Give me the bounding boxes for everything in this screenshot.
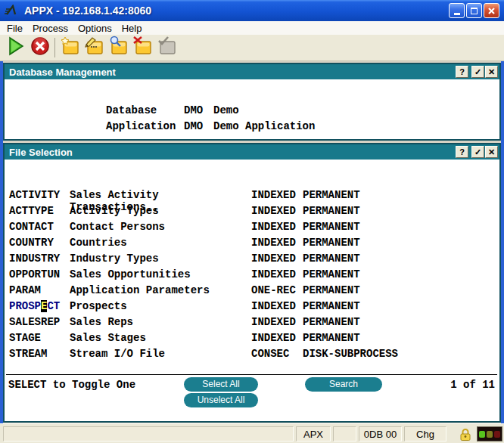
file-selection-panel: File Selection ? ✓ ✕ ACTIVITYSales Activ… [3,143,501,423]
inquire-record-button[interactable] [106,36,130,59]
file-row[interactable]: ACTIVITYSales Activity Transactions..IND… [9,189,498,205]
file-description: Sales Opportunities [70,268,251,284]
select-all-button[interactable]: Select All [184,377,258,392]
file-selection-content: ACTIVITYSales Activity Transactions..IND… [5,160,499,421]
field-code: DMO [184,104,213,120]
file-name: COUNTRY [9,237,70,252]
menu-file[interactable]: File [7,23,23,34]
file-description: Countries [70,237,251,252]
file-type: PERMANENT [303,205,360,221]
file-name: CONTACT [9,221,70,237]
file-list: ACTIVITYSales Activity Transactions..IND… [9,189,498,364]
menu-options[interactable]: Options [78,23,112,34]
file-description: Contact Persons [70,221,251,237]
help-icon[interactable]: ? [456,146,468,158]
file-type: PERMANENT [303,300,360,316]
cancel-x-icon[interactable]: ✕ [485,146,498,158]
edit-record-button[interactable] [82,36,106,59]
file-name: STAGE [9,332,70,348]
database-management-titlebar: Database Management ? ✓ ✕ [5,64,499,79]
file-organization: INDEXED [251,268,303,284]
file-name: SALESREP [9,316,70,332]
status-segment-odb: 0DB 00 [359,426,402,441]
file-description: Stream I/O File [70,348,251,364]
menu-process[interactable]: Process [33,23,68,34]
file-row[interactable]: STAGESales StagesINDEXEDPERMANENT [9,332,498,348]
file-name: PARAM [9,284,70,300]
lock-icon [456,426,475,441]
file-organization: INDEXED [251,221,303,237]
file-row[interactable]: ACTTYPEActivity TypesINDEXEDPERMANENT [9,205,498,221]
cancel-button[interactable] [28,36,52,59]
file-row[interactable]: PARAMApplication ParametersONE-RECPERMAN… [9,284,498,300]
application-row: Application DMO Demo Application [106,120,499,136]
file-organization: ONE-REC [251,284,303,300]
file-name: PROSPECT [9,300,70,316]
file-organization: INDEXED [251,237,303,252]
run-icon [6,36,26,60]
ok-icon[interactable]: ✓ [471,66,484,78]
file-name: INDUSTRY [9,252,70,268]
minimize-button[interactable] [449,3,465,18]
delete-record-icon [132,36,153,60]
edit-record-icon [83,36,104,60]
appx-logo-icon [5,5,21,17]
status-segment-message [3,426,294,441]
record-position: 1 of 11 [450,379,495,391]
new-record-button[interactable] [58,36,82,59]
delete-record-button[interactable] [130,36,154,59]
search-button[interactable]: Search [305,377,382,392]
file-organization: INDEXED [251,300,303,316]
new-record-icon [59,36,80,60]
field-label: Database [106,104,184,120]
text-cursor: E [41,300,47,312]
file-type: PERMANENT [303,237,360,252]
file-row[interactable]: COUNTRYCountriesINDEXEDPERMANENT [9,237,498,252]
file-description: Sales Reps [70,316,251,332]
file-organization: INDEXED [251,252,303,268]
selection-hint: SELECT to Toggle One [8,379,135,391]
field-label: Application [106,120,184,136]
file-description: Activity Types [70,205,251,221]
file-type: PERMANENT [303,252,360,268]
footer-separator [6,374,497,375]
status-bar: APX 0DB 00 Chg [0,423,504,443]
file-organization: CONSEC [251,348,303,364]
inquire-record-icon [107,36,129,60]
file-name: OPPORTUN [9,268,70,284]
file-row[interactable]: SALESREPSales RepsINDEXEDPERMANENT [9,316,498,332]
toolbar-separator [54,38,55,57]
run-button[interactable] [4,36,28,59]
file-row[interactable]: CONTACTContact PersonsINDEXEDPERMANENT [9,221,498,237]
led-olive-icon [487,431,493,438]
file-description: Sales Stages [70,332,251,348]
file-organization: INDEXED [251,189,303,205]
database-row: Database DMO Demo [106,104,499,120]
cancel-x-icon[interactable]: ✕ [485,66,498,78]
file-row[interactable]: OPPORTUNSales OpportunitiesINDEXEDPERMAN… [9,268,498,284]
menu-help[interactable]: Help [122,23,142,34]
file-organization: INDEXED [251,316,303,332]
file-row[interactable]: PROSPECTProspectsINDEXEDPERMANENT [9,300,498,316]
file-name: STREAM [9,348,70,364]
status-segment-chg: Chg [404,426,446,441]
ok-icon[interactable]: ✓ [471,146,484,158]
panel-title: Database Management [9,67,456,78]
client-area: Database Management ? ✓ ✕ Database DMO D… [0,61,504,423]
menu-bar: File Process Options Help [0,21,504,35]
app-window: APPX - 192.168.1.42:8060 File Process Op… [0,0,504,443]
commit-record-button-disabled [154,36,179,59]
file-type: DISK-SUBPROCESS [303,348,398,364]
help-icon[interactable]: ? [456,66,468,78]
status-segment-blank [333,426,356,441]
file-organization: INDEXED [251,332,303,348]
status-segment-apx: APX [296,426,331,441]
unselect-all-button[interactable]: Unselect All [184,393,258,407]
file-type: PERMANENT [303,316,360,332]
connection-leds [477,426,502,441]
file-type: PERMANENT [303,268,360,284]
close-button[interactable] [484,3,499,18]
file-row[interactable]: STREAMStream I/O FileCONSECDISK-SUBPROCE… [9,348,498,364]
maximize-button[interactable] [466,3,482,18]
file-row[interactable]: INDUSTRYIndustry TypesINDEXEDPERMANENT [9,252,498,268]
